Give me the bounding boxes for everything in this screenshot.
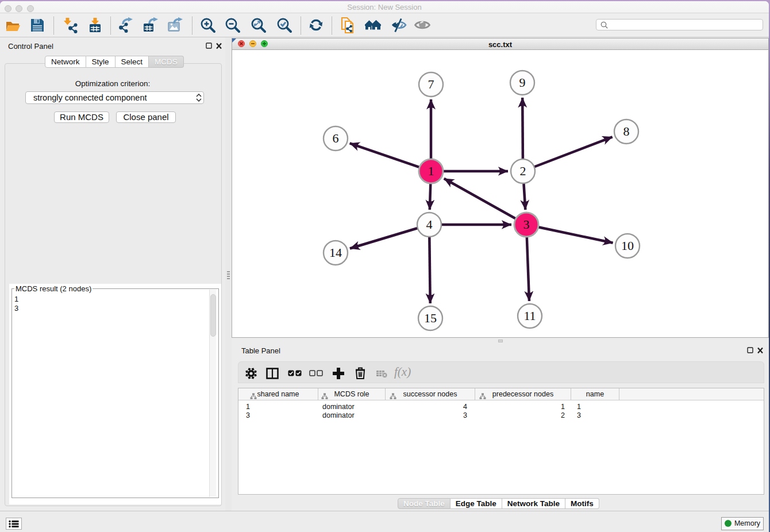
svg-text:8: 8: [623, 124, 630, 138]
svg-text:2: 2: [520, 164, 526, 178]
svg-text:1: 1: [428, 164, 434, 178]
svg-text:9: 9: [519, 75, 526, 90]
svg-text:6: 6: [333, 131, 339, 145]
svg-text:3: 3: [523, 217, 530, 232]
svg-text:4: 4: [426, 217, 433, 232]
svg-text:7: 7: [428, 77, 434, 91]
svg-text:11: 11: [523, 309, 536, 323]
svg-text:14: 14: [329, 245, 342, 260]
svg-text:15: 15: [424, 311, 437, 325]
svg-text:10: 10: [621, 238, 634, 253]
